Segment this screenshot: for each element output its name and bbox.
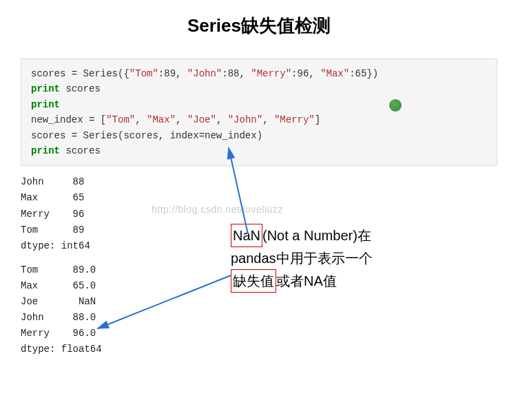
code-block: scores = Series({"Tom":89, "John":88, "M… [21,59,497,166]
code-line-2: print scores [31,81,487,96]
code-line-1: scores = Series({"Tom":89, "John":88, "M… [31,66,487,81]
boxed-nan: NaN [231,224,262,247]
watermark: http://blog.csdn.net/loveliuzz [152,204,283,215]
code-line-4: new_index = ["Tom", "Max", "Joe", "John"… [31,112,487,127]
page-title: Series缺失值检测 [0,0,518,59]
code-line-5: scores = Series(scores, index=new_index) [31,128,487,143]
code-line-6: print scores [31,143,487,158]
marker-circle [389,99,402,112]
boxed-missing: 缺失值 [231,269,276,293]
code-line-3: print [31,97,487,112]
annotation-text: NaN(Not a Number)在 pandas中用于表示一个 缺失值或者NA… [231,224,479,293]
